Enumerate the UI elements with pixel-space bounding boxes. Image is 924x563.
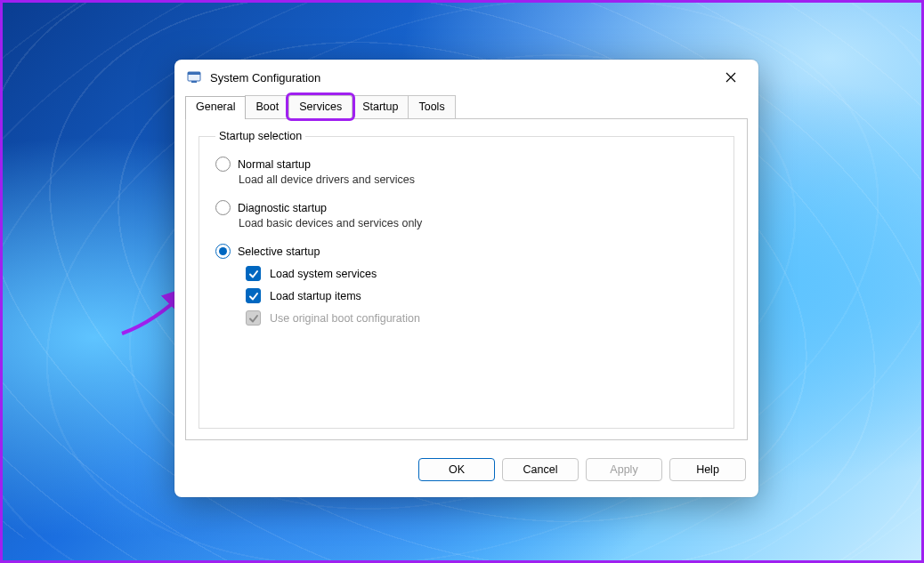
- group-legend: Startup selection: [215, 130, 305, 142]
- label-selective-startup: Selective startup: [238, 245, 320, 258]
- checkmark-icon: [248, 269, 259, 279]
- radio-normal-startup[interactable]: [215, 157, 231, 172]
- desc-diagnostic-startup: Load basic devices and services only: [239, 217, 717, 229]
- startup-selection-group: Startup selection Normal startup Load al…: [199, 130, 734, 429]
- tab-services[interactable]: Services: [288, 95, 353, 118]
- cancel-button[interactable]: Cancel: [502, 458, 579, 481]
- radio-selective-startup[interactable]: [215, 244, 231, 259]
- app-icon: [187, 70, 201, 84]
- desc-normal-startup: Load all device drivers and services: [239, 173, 717, 186]
- svg-rect-1: [188, 72, 200, 75]
- ok-button[interactable]: OK: [418, 458, 495, 481]
- window-title: System Configuration: [210, 71, 710, 84]
- system-configuration-dialog: System Configuration General Boot Servic…: [174, 60, 758, 497]
- label-diagnostic-startup: Diagnostic startup: [238, 202, 327, 214]
- checkmark-icon: [248, 291, 259, 302]
- check-use-original-boot: [246, 310, 261, 326]
- radio-diagnostic-startup[interactable]: [215, 200, 231, 215]
- checkmark-icon: [248, 313, 259, 324]
- tab-startup[interactable]: Startup: [352, 95, 409, 118]
- apply-button[interactable]: Apply: [586, 458, 662, 481]
- tab-tools[interactable]: Tools: [408, 95, 455, 118]
- svg-rect-2: [191, 81, 197, 83]
- label-normal-startup: Normal startup: [238, 158, 311, 171]
- help-button[interactable]: Help: [669, 458, 746, 481]
- titlebar: System Configuration: [174, 60, 758, 95]
- label-load-startup-items: Load startup items: [270, 290, 361, 302]
- close-button[interactable]: [710, 64, 751, 91]
- check-load-system-services[interactable]: [246, 266, 261, 281]
- label-use-original-boot: Use original boot configuration: [270, 312, 420, 325]
- check-load-startup-items[interactable]: [246, 288, 261, 303]
- close-icon: [725, 72, 736, 83]
- tab-general[interactable]: General: [185, 96, 246, 119]
- tab-panel-general: Startup selection Normal startup Load al…: [185, 118, 748, 440]
- tab-bar: General Boot Services Startup Tools: [174, 95, 758, 118]
- dialog-footer: OK Cancel Apply Help: [174, 451, 758, 497]
- tab-boot[interactable]: Boot: [245, 95, 289, 118]
- label-load-system-services: Load system services: [270, 268, 377, 280]
